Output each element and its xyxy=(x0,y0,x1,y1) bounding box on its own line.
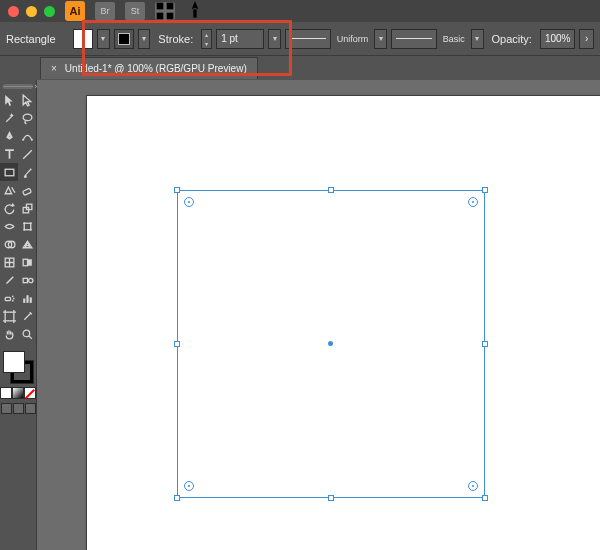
resize-handle-tl[interactable] xyxy=(174,187,180,193)
artboard-tool[interactable] xyxy=(0,307,18,325)
selected-rectangle[interactable] xyxy=(177,190,485,498)
panel-grabber[interactable]: » xyxy=(3,84,33,89)
svg-point-17 xyxy=(29,228,31,230)
stroke-width-field[interactable] xyxy=(216,29,264,49)
close-window-button[interactable] xyxy=(8,6,19,17)
maximize-window-button[interactable] xyxy=(44,6,55,17)
selection-center-icon xyxy=(328,341,333,346)
svg-rect-3 xyxy=(167,13,174,20)
corner-widget-tl[interactable] xyxy=(184,197,194,207)
fill-color-box[interactable] xyxy=(3,351,25,373)
line-segment-tool[interactable] xyxy=(18,145,36,163)
eraser-tool[interactable] xyxy=(18,181,36,199)
column-graph-tool[interactable] xyxy=(18,289,36,307)
curvature-tool[interactable] xyxy=(18,127,36,145)
bridge-icon[interactable]: Br xyxy=(95,2,115,20)
lasso-tool[interactable] xyxy=(18,109,36,127)
control-bar-more[interactable]: › xyxy=(579,29,594,49)
slice-tool[interactable] xyxy=(18,307,36,325)
resize-handle-bm[interactable] xyxy=(328,495,334,501)
svg-rect-10 xyxy=(22,188,31,195)
svg-rect-0 xyxy=(157,3,164,10)
free-transform-tool[interactable] xyxy=(18,217,36,235)
resize-handle-tm[interactable] xyxy=(328,187,334,193)
fill-swatch[interactable] xyxy=(73,29,93,49)
symbol-sprayer-tool[interactable] xyxy=(0,289,18,307)
svg-rect-23 xyxy=(23,278,27,282)
zoom-tool[interactable] xyxy=(18,325,36,343)
svg-rect-31 xyxy=(29,297,31,302)
document-tab-label: Untitled-1* @ 100% (RGB/GPU Preview) xyxy=(65,63,247,74)
stroke-swatch-dropdown[interactable]: ▾ xyxy=(138,29,151,49)
tool-grid xyxy=(0,91,36,343)
svg-point-6 xyxy=(22,138,24,140)
stroke-width-dropdown[interactable]: ▾ xyxy=(268,29,281,49)
svg-point-26 xyxy=(11,295,13,297)
screen-mode-normal[interactable] xyxy=(1,403,12,414)
mesh-tool[interactable] xyxy=(0,253,18,271)
color-mode-solid[interactable] xyxy=(0,387,12,399)
direct-selection-tool[interactable] xyxy=(18,91,36,109)
svg-point-33 xyxy=(23,330,30,337)
gradient-tool[interactable] xyxy=(18,253,36,271)
arrange-icon[interactable] xyxy=(155,2,175,20)
stock-icon[interactable]: St xyxy=(125,2,145,20)
svg-point-27 xyxy=(12,297,14,299)
selection-tool[interactable] xyxy=(0,91,18,109)
pen-tool[interactable] xyxy=(0,127,18,145)
screen-mode-full[interactable] xyxy=(13,403,24,414)
stroke-width-stepper[interactable]: ▴▾ xyxy=(201,29,212,49)
color-mode-gradient[interactable] xyxy=(12,387,24,399)
brush-definition[interactable] xyxy=(391,29,437,49)
brush-dropdown[interactable]: ▾ xyxy=(471,29,484,49)
eyedropper-tool[interactable] xyxy=(0,271,18,289)
svg-rect-9 xyxy=(5,169,14,176)
paintbrush-tool[interactable] xyxy=(18,163,36,181)
resize-handle-mr[interactable] xyxy=(482,341,488,347)
shaper-tool[interactable] xyxy=(0,181,18,199)
control-bar: Rectangle ▾ ▾ Stroke: ▴▾ ▾ Uniform ▾ Bas… xyxy=(0,22,600,56)
svg-point-16 xyxy=(23,228,25,230)
hand-tool[interactable] xyxy=(0,325,18,343)
screen-mode-row xyxy=(1,403,36,414)
resize-handle-bl[interactable] xyxy=(174,495,180,501)
svg-rect-32 xyxy=(5,312,14,321)
svg-rect-13 xyxy=(24,223,31,230)
magic-wand-tool[interactable] xyxy=(0,109,18,127)
opacity-field[interactable]: 100% xyxy=(540,29,576,49)
fill-stroke-indicator[interactable] xyxy=(1,349,35,385)
svg-rect-25 xyxy=(5,297,10,300)
rectangle-tool[interactable] xyxy=(0,163,18,181)
variable-width-profile[interactable] xyxy=(285,29,331,49)
resize-handle-br[interactable] xyxy=(482,495,488,501)
gpu-rocket-icon[interactable] xyxy=(185,2,205,20)
app-logo-icon: Ai xyxy=(65,1,85,21)
width-tool[interactable] xyxy=(0,217,18,235)
document-tab[interactable]: × Untitled-1* @ 100% (RGB/GPU Preview) xyxy=(40,57,258,79)
svg-rect-30 xyxy=(26,295,28,303)
close-tab-icon[interactable]: × xyxy=(51,63,57,74)
perspective-grid-tool[interactable] xyxy=(18,235,36,253)
blend-tool[interactable] xyxy=(18,271,36,289)
svg-rect-1 xyxy=(167,3,174,10)
minimize-window-button[interactable] xyxy=(26,6,37,17)
scale-tool[interactable] xyxy=(18,199,36,217)
corner-widget-br[interactable] xyxy=(468,481,478,491)
svg-point-15 xyxy=(29,222,31,224)
color-mode-none[interactable] xyxy=(24,387,36,399)
type-tool[interactable] xyxy=(0,145,18,163)
fill-swatch-dropdown[interactable]: ▾ xyxy=(97,29,110,49)
corner-widget-tr[interactable] xyxy=(468,197,478,207)
shape-builder-tool[interactable] xyxy=(0,235,18,253)
screen-mode-presentation[interactable] xyxy=(25,403,36,414)
stroke-swatch[interactable] xyxy=(114,29,134,49)
svg-point-5 xyxy=(8,135,10,137)
rotate-tool[interactable] xyxy=(0,199,18,217)
corner-widget-bl[interactable] xyxy=(184,481,194,491)
variable-width-label: Uniform xyxy=(335,34,371,44)
canvas-area[interactable] xyxy=(37,80,600,550)
resize-handle-tr[interactable] xyxy=(482,187,488,193)
resize-handle-ml[interactable] xyxy=(174,341,180,347)
svg-line-34 xyxy=(29,336,32,339)
variable-width-dropdown[interactable]: ▾ xyxy=(374,29,387,49)
